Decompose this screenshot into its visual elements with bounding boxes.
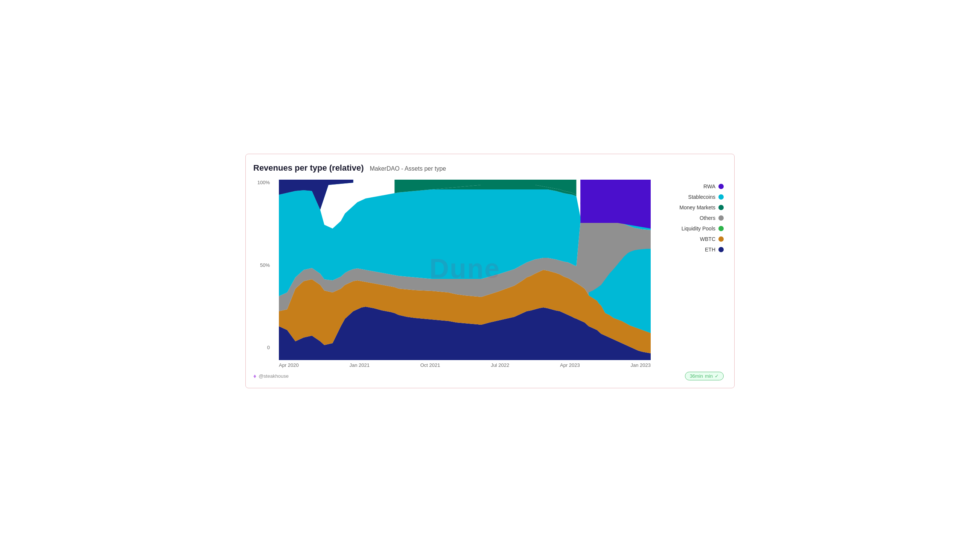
- legend-label-wbtc: WBTC: [700, 236, 716, 242]
- legend-dot-eth: [718, 247, 724, 252]
- legend-label-eth: ETH: [705, 247, 716, 253]
- legend-item-liquidity-pools: Liquidity Pools: [660, 225, 724, 231]
- x-axis: Apr 2020 Jan 2021 Oct 2021 Jul 2022 Apr …: [279, 360, 651, 368]
- legend-dot-wbtc: [718, 236, 724, 242]
- legend-item-rwa: RWA: [660, 184, 724, 189]
- legend-dot-rwa: [718, 184, 724, 189]
- legend-label-money-markets: Money Markets: [679, 204, 716, 211]
- title-row: Revenues per type (relative) MakerDAO - …: [253, 163, 724, 173]
- y-label-0: 0: [267, 345, 270, 350]
- y-label-50: 50%: [260, 262, 270, 268]
- legend-label-rwa: RWA: [703, 184, 716, 189]
- chart-svg: [279, 180, 651, 360]
- footer: ♦ @steakhouse 36min min ✓: [253, 372, 724, 380]
- legend-item-wbtc: WBTC: [660, 236, 724, 242]
- legend-label-stablecoins: Stablecoins: [688, 194, 716, 200]
- chart-svg-area: Dune: [279, 180, 651, 360]
- timer-badge: 36min min ✓: [685, 372, 724, 380]
- legend-dot-liquidity-pools: [718, 226, 724, 231]
- chart-card: Revenues per type (relative) MakerDAO - …: [245, 154, 735, 388]
- main-title: Revenues per type (relative): [253, 163, 364, 173]
- legend-dot-stablecoins: [718, 194, 724, 200]
- x-label-apr2023: Apr 2023: [560, 362, 580, 368]
- legend-label-liquidity-pools: Liquidity Pools: [682, 225, 716, 231]
- legend-dot-others: [718, 216, 724, 220]
- x-label-jan2023: Jan 2023: [630, 362, 651, 368]
- legend-dot-money-markets: [718, 205, 724, 210]
- legend-item-eth: ETH: [660, 247, 724, 253]
- x-label-oct2021: Oct 2021: [420, 362, 440, 368]
- legend-item-stablecoins: Stablecoins: [660, 194, 724, 200]
- timer-value: 36min: [690, 373, 703, 379]
- brand-icon: ♦: [253, 373, 256, 380]
- legend-item-others: Others: [660, 215, 724, 221]
- sub-title: MakerDAO - Assets per type: [369, 165, 446, 172]
- x-label-apr2020: Apr 2020: [279, 362, 299, 368]
- check-icon: ✓: [715, 373, 719, 379]
- x-label-jan2021: Jan 2021: [349, 362, 369, 368]
- legend-label-others: Others: [700, 215, 716, 221]
- y-axis: 100% 50% 0: [253, 180, 270, 360]
- footer-brand: ♦ @steakhouse: [253, 373, 289, 380]
- x-label-jul2022: Jul 2022: [491, 362, 509, 368]
- legend-item-money-markets: Money Markets: [660, 204, 724, 211]
- rwa-main: [617, 180, 651, 228]
- legend: RWA Stablecoins Money Markets Others Liq…: [660, 180, 724, 253]
- chart-container: Dune: [279, 180, 651, 368]
- timer-min-label: min: [705, 373, 713, 379]
- y-label-100: 100%: [258, 180, 270, 185]
- chart-area: 100% 50% 0 Dune: [253, 180, 724, 368]
- brand-label: @steakhouse: [259, 373, 289, 379]
